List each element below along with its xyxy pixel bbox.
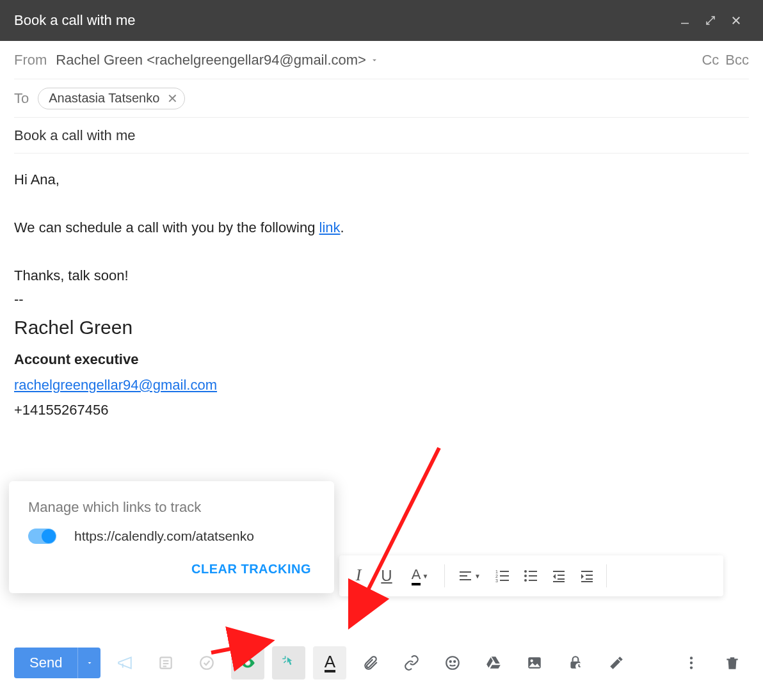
svg-rect-18 — [553, 571, 565, 572]
signature-separator: -- — [14, 287, 749, 311]
svg-rect-15 — [529, 571, 537, 572]
svg-text:2: 2 — [495, 574, 498, 578]
align-button[interactable]: ▼ — [451, 563, 487, 589]
svg-rect-16 — [529, 575, 537, 577]
svg-rect-44 — [727, 659, 737, 660]
send-button[interactable]: Send — [14, 648, 100, 678]
svg-text:1: 1 — [495, 569, 498, 574]
svg-point-43 — [690, 666, 693, 669]
svg-rect-5 — [460, 579, 471, 580]
tracked-url: https://calendly.com/atatsenko — [74, 529, 254, 544]
popup-title: Manage which links to track — [28, 499, 315, 516]
bcc-button[interactable]: Bcc — [725, 52, 749, 68]
remove-recipient-icon[interactable]: ✕ — [167, 91, 178, 106]
body-line1: We can schedule a call with you by the f… — [14, 216, 749, 239]
svg-point-42 — [690, 662, 693, 664]
underline-button[interactable]: U — [374, 563, 399, 589]
formatting-toolbar: I U A▼ ▼ 123 — [339, 555, 723, 596]
italic-button[interactable]: I — [346, 563, 371, 589]
insert-signature-icon[interactable] — [600, 646, 633, 680]
insert-emoji-icon[interactable] — [436, 646, 469, 680]
svg-point-14 — [524, 579, 527, 582]
svg-rect-22 — [581, 571, 593, 572]
svg-point-35 — [450, 661, 451, 662]
svg-point-34 — [447, 656, 460, 669]
subject-text: Book a call with me — [14, 127, 136, 144]
body-closing: Thanks, talk soon! — [14, 264, 749, 287]
compose-bottom-toolbar: Send A — [14, 645, 749, 681]
email-body[interactable]: Hi Ana, We can schedule a call with you … — [14, 154, 749, 422]
text-color-button[interactable]: A▼ — [402, 563, 438, 589]
svg-point-36 — [454, 661, 456, 662]
minimize-button[interactable] — [672, 15, 698, 26]
send-label: Send — [14, 655, 77, 671]
from-row: From Rachel Green <rachelgreengellar94@g… — [14, 41, 749, 79]
campaign-icon[interactable] — [108, 646, 141, 680]
templates-icon[interactable] — [149, 646, 182, 680]
confidential-mode-icon[interactable] — [559, 646, 592, 680]
svg-rect-10 — [500, 575, 509, 577]
attach-file-icon[interactable] — [354, 646, 387, 680]
signature-title: Account executive — [14, 347, 749, 371]
track-clicks-icon[interactable] — [272, 646, 305, 680]
separator — [444, 564, 445, 587]
svg-rect-4 — [460, 575, 467, 577]
svg-rect-24 — [586, 578, 593, 580]
svg-rect-19 — [558, 575, 565, 576]
svg-text:3: 3 — [495, 578, 498, 583]
signature-phone: +14155267456 — [14, 398, 749, 422]
insert-photo-icon[interactable] — [518, 646, 551, 680]
insert-link-icon[interactable] — [395, 646, 428, 680]
numbered-list-button[interactable]: 123 — [490, 563, 515, 589]
svg-point-12 — [524, 570, 527, 573]
svg-rect-20 — [558, 578, 565, 580]
recipient-chip-name: Anastasia Tatsenko — [49, 91, 159, 106]
from-address[interactable]: Rachel Green <rachelgreengellar94@gmail.… — [56, 52, 366, 68]
separator — [606, 564, 607, 587]
signature-email[interactable]: rachelgreengellar94@gmail.com — [14, 373, 217, 397]
compose-titlebar: Book a call with me — [0, 0, 763, 41]
cc-button[interactable]: Cc — [702, 52, 719, 68]
more-options-icon[interactable] — [675, 646, 708, 680]
track-views-icon[interactable] — [231, 646, 264, 680]
svg-rect-25 — [581, 581, 593, 582]
svg-rect-3 — [460, 571, 471, 573]
clear-tracking-button[interactable]: CLEAR TRACKING — [28, 562, 315, 577]
insert-drive-icon[interactable] — [477, 646, 510, 680]
close-button[interactable] — [723, 15, 749, 26]
track-toggle[interactable] — [28, 529, 56, 544]
svg-point-32 — [201, 656, 214, 669]
link-tracking-popup: Manage which links to track https://cale… — [9, 481, 334, 593]
check-icon[interactable] — [190, 646, 223, 680]
svg-point-33 — [246, 662, 249, 664]
svg-rect-21 — [553, 581, 565, 582]
formatting-options-icon[interactable]: A — [313, 646, 346, 680]
body-link[interactable]: link — [319, 219, 341, 235]
signature-name: Rachel Green — [14, 311, 749, 344]
fullscreen-button[interactable] — [698, 15, 723, 26]
compose-title: Book a call with me — [14, 12, 672, 29]
indent-less-button[interactable] — [546, 563, 572, 589]
svg-rect-17 — [529, 580, 537, 581]
svg-point-38 — [531, 660, 533, 662]
from-dropdown-icon[interactable] — [370, 52, 379, 68]
from-label: From — [14, 52, 47, 68]
send-more-dropdown[interactable] — [77, 648, 100, 678]
to-label: To — [14, 90, 29, 107]
indent-more-button[interactable] — [574, 563, 600, 589]
svg-rect-23 — [586, 575, 593, 576]
svg-rect-9 — [500, 571, 509, 572]
svg-point-13 — [524, 575, 527, 577]
discard-draft-icon[interactable] — [716, 646, 749, 680]
subject-input[interactable]: Book a call with me — [14, 118, 749, 154]
body-greeting: Hi Ana, — [14, 168, 749, 191]
svg-rect-11 — [500, 580, 509, 581]
svg-point-41 — [690, 656, 693, 659]
bulleted-list-button[interactable] — [518, 563, 543, 589]
recipient-chip[interactable]: Anastasia Tatsenko ✕ — [38, 88, 185, 109]
to-row[interactable]: To Anastasia Tatsenko ✕ — [14, 79, 749, 118]
